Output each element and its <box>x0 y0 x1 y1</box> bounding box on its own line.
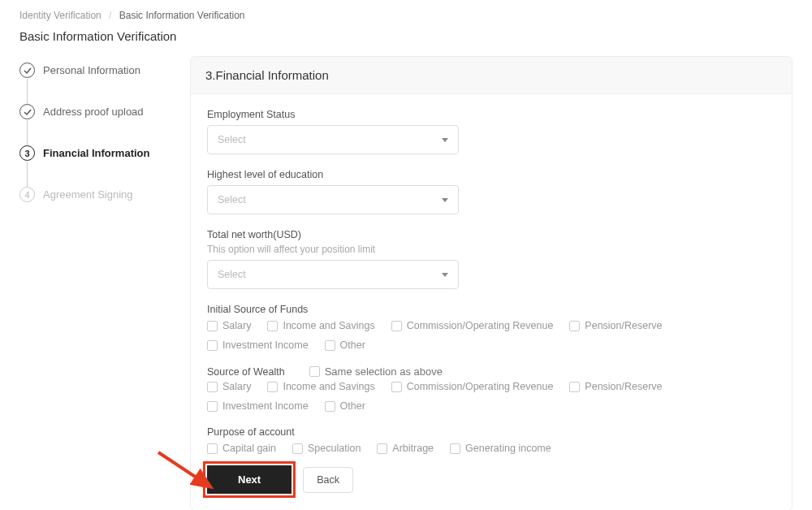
option-label: Pension/Reserve <box>585 320 662 331</box>
purpose-option[interactable]: Generating income <box>450 443 551 454</box>
form-actions: Next Back <box>207 465 775 494</box>
field-source-of-wealth: Source of Wealth Same selection as above… <box>207 365 775 412</box>
option-label: Pension/Reserve <box>585 381 662 392</box>
option-label: Investment Income <box>222 400 309 412</box>
chevron-down-icon <box>442 198 448 202</box>
checkbox-icon <box>325 401 335 412</box>
step-personal-info[interactable]: Personal Information <box>19 63 166 104</box>
funds-option[interactable]: Income and Savings <box>267 320 374 331</box>
wealth-option[interactable]: Pension/Reserve <box>569 381 662 392</box>
field-label: Employment Status <box>207 109 775 120</box>
checkbox-icon <box>309 366 320 377</box>
option-label: Generating income <box>465 443 551 454</box>
checkbox-icon <box>267 321 278 331</box>
step-address-proof[interactable]: Address proof upload <box>19 104 166 145</box>
funds-option[interactable]: Salary <box>207 320 251 331</box>
field-label: Initial Source of Funds <box>207 304 775 315</box>
field-employment: Employment Status Select <box>207 109 775 154</box>
panel-title: 3.Financial Information <box>191 57 792 94</box>
option-label: Income and Savings <box>283 381 374 392</box>
checkbox-icon <box>207 401 218 412</box>
funds-option[interactable]: Commission/Operating Revenue <box>391 320 554 331</box>
field-source-of-funds: Initial Source of Funds SalaryIncome and… <box>207 304 775 351</box>
checkbox-icon <box>391 382 402 392</box>
option-label: Salary <box>222 320 251 331</box>
next-button[interactable]: Next <box>207 465 292 494</box>
option-label: Other <box>340 400 365 412</box>
field-purpose: Purpose of account Capital gainSpeculati… <box>207 426 775 454</box>
funds-option[interactable]: Pension/Reserve <box>569 320 662 331</box>
wealth-option[interactable]: Income and Savings <box>267 381 374 392</box>
networth-select[interactable]: Select <box>207 260 459 289</box>
option-label: Capital gain <box>222 443 276 454</box>
employment-select[interactable]: Select <box>207 125 459 154</box>
purpose-option[interactable]: Capital gain <box>207 443 276 454</box>
page-title: Basic Information Verification <box>0 24 812 56</box>
option-label: Commission/Operating Revenue <box>407 381 554 392</box>
checkbox-icon <box>267 382 278 392</box>
wealth-option[interactable]: Salary <box>207 381 251 392</box>
checkbox-icon <box>569 382 580 392</box>
wealth-option[interactable]: Other <box>325 400 365 412</box>
step-sidebar: Personal Information Address proof uploa… <box>19 56 166 510</box>
field-label: Highest level of education <box>207 169 775 180</box>
wealth-option[interactable]: Commission/Operating Revenue <box>391 381 554 392</box>
breadcrumb-sep: / <box>109 10 111 21</box>
option-label: Arbitrage <box>392 443 434 454</box>
option-label: Income and Savings <box>283 320 374 331</box>
step-label: Agreement Signing <box>43 188 133 201</box>
option-label: Salary <box>222 381 251 392</box>
same-as-label: Same selection as above <box>325 365 443 378</box>
field-label: Total net worth(USD) <box>207 229 775 240</box>
wealth-option[interactable]: Investment Income <box>207 400 309 412</box>
field-label: Purpose of account <box>207 426 775 438</box>
step-financial-info[interactable]: 3 Financial Information <box>19 145 166 187</box>
checkbox-icon <box>450 443 460 454</box>
step-number-icon: 3 <box>19 145 35 161</box>
field-education: Highest level of education Select <box>207 169 775 214</box>
chevron-down-icon <box>442 138 448 142</box>
education-select[interactable]: Select <box>207 185 459 214</box>
check-icon <box>19 104 35 119</box>
same-as-above-checkbox[interactable]: Same selection as above <box>309 365 443 378</box>
step-label: Personal Information <box>43 64 140 76</box>
field-hint: This option will affect your position li… <box>207 244 775 255</box>
step-number-icon: 4 <box>19 187 35 202</box>
checkbox-icon <box>207 382 218 392</box>
select-placeholder: Select <box>218 194 246 205</box>
checkbox-icon <box>207 321 218 331</box>
option-label: Investment Income <box>222 339 309 351</box>
purpose-option[interactable]: Speculation <box>292 443 361 454</box>
form-panel: 3.Financial Information Employment Statu… <box>190 56 793 510</box>
funds-option[interactable]: Other <box>325 339 365 351</box>
purpose-option[interactable]: Arbitrage <box>377 443 434 454</box>
field-networth: Total net worth(USD) This option will af… <box>207 229 775 289</box>
step-label: Financial Information <box>43 147 149 159</box>
checkbox-icon <box>377 443 387 454</box>
chevron-down-icon <box>442 273 448 277</box>
field-label: Source of Wealth <box>207 366 285 378</box>
checkbox-icon <box>569 321 580 331</box>
funds-option[interactable]: Investment Income <box>207 339 309 351</box>
step-label: Address proof upload <box>43 106 144 118</box>
checkbox-icon <box>325 340 335 351</box>
select-placeholder: Select <box>218 269 246 280</box>
option-label: Speculation <box>308 443 361 454</box>
breadcrumb: Identity Verification / Basic Informatio… <box>0 0 812 24</box>
breadcrumb-current: Basic Information Verification <box>119 10 245 21</box>
checkbox-icon <box>391 321 402 331</box>
step-agreement-signing[interactable]: 4 Agreement Signing <box>19 187 166 202</box>
back-button[interactable]: Back <box>303 467 353 493</box>
checkbox-icon <box>207 340 218 351</box>
option-label: Other <box>340 339 365 351</box>
select-placeholder: Select <box>218 134 246 145</box>
check-icon <box>19 63 35 78</box>
option-label: Commission/Operating Revenue <box>407 320 554 331</box>
checkbox-icon <box>292 443 303 454</box>
breadcrumb-root[interactable]: Identity Verification <box>19 10 102 21</box>
checkbox-icon <box>207 443 218 454</box>
